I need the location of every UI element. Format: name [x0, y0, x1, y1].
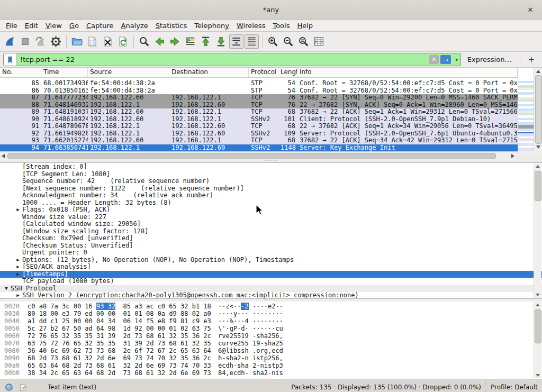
packet-list-vscrollbar[interactable]	[534, 68, 542, 151]
go-last-packet-button[interactable]	[214, 34, 228, 49]
intelligent-scrollbar-minimap[interactable]	[518, 68, 534, 151]
hex-row-0080[interactable]: 008036 40 6c 69 62 73 73 68 2e 6f 72 67 …	[0, 347, 542, 354]
scroll-up-arrow[interactable]	[536, 304, 540, 306]
save-capture-file-button[interactable]: 010111100110	[85, 34, 100, 49]
scroll-up-arrow[interactable]	[536, 70, 540, 73]
packet-row-86[interactable]: 8670.013850163fe:54:00:d4:38:2aSTP54Conf…	[0, 87, 518, 95]
capture-options-button[interactable]	[49, 34, 63, 49]
column-header-destination[interactable]: Destination	[169, 68, 249, 77]
auto-scroll-toggle-button[interactable]	[229, 34, 243, 49]
detail-row-tcp-segment-len-1080[interactable]: [TCP Segment Len: 1080]	[0, 171, 542, 178]
menu-view[interactable]: View	[42, 21, 66, 30]
detail-row-next-sequence-number-1122-rela[interactable]: [Next sequence number: 1122 (relative se…	[0, 185, 542, 193]
hex-row-0030[interactable]: 003080 18 00 e3 79 ed 00 00 01 01 08 0a …	[0, 310, 542, 317]
hex-row-0050[interactable]: 00505c 27 b2 67 50 ad 64 98 1d 92 00 00 …	[0, 325, 542, 332]
restart-capture-button[interactable]	[33, 34, 48, 49]
hex-row-0060[interactable]: 006072 76 65 32 35 35 31 39 2d 73 68 61 …	[0, 332, 542, 340]
detail-row-ssh-protocol[interactable]: ▼SSH Protocol	[0, 285, 542, 293]
filter-bookmark-button[interactable]	[4, 53, 17, 66]
packet-row-92[interactable]: 9271.661949820192.168.122.1192.168.122.6…	[0, 130, 518, 138]
menu-analyze[interactable]: Analyze	[118, 21, 152, 30]
scroll-down-arrow[interactable]	[536, 145, 540, 149]
add-filter-button[interactable]: +	[523, 55, 539, 65]
scroll-down-arrow[interactable]	[536, 374, 540, 377]
scroll-right-arrow[interactable]	[511, 154, 514, 158]
menu-help[interactable]: Help	[293, 21, 317, 30]
capture-comment-button[interactable]	[18, 382, 28, 392]
menu-telephony[interactable]: Telephony	[191, 21, 233, 30]
display-filter-input[interactable]	[17, 56, 429, 63]
profile-button[interactable]: Profile: Default	[491, 384, 538, 391]
packet-row-90[interactable]: 9071.648618924192.168.122.60192.168.122.…	[0, 116, 518, 123]
collapsed-arrow-icon[interactable]: ▶	[14, 263, 22, 271]
collapsed-arrow-icon[interactable]: ▶	[14, 292, 22, 299]
detail-row-acknowledgment-number-34-relat[interactable]: Acknowledgment number: 34 (relative ack …	[0, 192, 542, 199]
detail-row-seq-ack-analysis[interactable]: ▶[SEQ/ACK analysis]	[0, 263, 542, 271]
filter-clear-button[interactable]: ✕	[429, 55, 439, 64]
menu-file[interactable]: File	[2, 21, 21, 30]
zoom-in-button[interactable]	[266, 34, 280, 49]
reload-capture-file-button[interactable]	[116, 34, 130, 49]
detail-row-timestamps[interactable]: ▶[Timestamps]	[0, 271, 542, 278]
hex-row-00a0[interactable]: 00a065 63 64 68 2d 73 68 61 32 2d 6e 69 …	[0, 362, 542, 369]
packet-row-89[interactable]: 8971.648191037192.168.122.60192.168.122.…	[0, 108, 518, 116]
packet-row-87[interactable]: 8771.647777234192.168.122.60192.168.122.…	[0, 94, 518, 102]
details-vscroll-thumb[interactable]	[535, 171, 541, 201]
detail-row-sequence-number-42-relative-se[interactable]: Sequence number: 42 (relative sequence n…	[0, 178, 542, 185]
filter-dropdown-button[interactable]: ▾	[453, 54, 460, 65]
packet-list-hscrollbar[interactable]	[0, 151, 518, 160]
detail-row-window-size-scaling-factor-128[interactable]: [Window size scaling factor: 128]	[0, 228, 542, 235]
go-forward-button[interactable]	[168, 34, 182, 49]
packet-row-91[interactable]: 9171.648789678192.168.122.1192.168.122.6…	[0, 123, 518, 130]
find-packet-button[interactable]	[137, 34, 151, 49]
column-header-source[interactable]: Source	[88, 68, 169, 77]
go-back-button[interactable]	[152, 34, 167, 49]
detail-row-urgent-pointer-0[interactable]: Urgent pointer: 0	[0, 249, 542, 257]
expression-button[interactable]: Expression…	[467, 56, 512, 63]
colorize-toggle-button[interactable]	[245, 34, 259, 49]
scroll-left-arrow[interactable]	[2, 154, 5, 158]
collapsed-arrow-icon[interactable]: ▶	[14, 206, 22, 214]
column-header-no[interactable]: No.	[0, 68, 41, 77]
packet-row-93[interactable]: 9371.662015274192.168.122.60192.168.122.…	[0, 137, 518, 144]
menu-capture[interactable]: Capture	[83, 21, 118, 30]
detail-row-ssh-version-2-encryption-chach[interactable]: ▶SSH Version 2 (encryption:chacha20-poly…	[0, 292, 542, 299]
detail-row-calculated-window-size-29056[interactable]: [Calculated window size: 29056]	[0, 221, 542, 228]
packet-row-94[interactable]: 9471.663856741192.168.122.1192.168.122.6…	[0, 144, 518, 152]
packet-row-88[interactable]: 8871.648146932192.168.122.1192.168.122.6…	[0, 102, 518, 109]
scroll-up-arrow[interactable]	[536, 165, 540, 168]
hex-row-0040[interactable]: 0040a1 dd c1 25 00 00 04 34 06 14 f5 e8 …	[0, 317, 542, 325]
hex-row-00b0[interactable]: 00b038 34 2c 65 63 64 68 2d 73 68 61 32 …	[0, 369, 542, 377]
column-header-protocol[interactable]: Protocol	[249, 68, 278, 77]
bytes-vscrollbar[interactable]	[534, 302, 541, 378]
collapsed-arrow-icon[interactable]: ▶	[14, 271, 22, 278]
zoom-out-button[interactable]	[281, 34, 295, 49]
detail-row-checksum-status-unverified[interactable]: [Checksum Status: Unverified]	[0, 242, 542, 250]
menu-statistics[interactable]: Statistics	[152, 21, 191, 30]
column-header-length[interactable]: Length	[278, 68, 297, 77]
detail-row-options-12-bytes-no-operation-[interactable]: ▶Options: (12 bytes), No-Operation (NOP)…	[0, 257, 542, 264]
hex-row-0020[interactable]: 0020c0 a8 7a 3c 00 16 93 32 85 a3 ac c0 …	[0, 303, 542, 310]
go-to-packet-button[interactable]	[183, 34, 197, 49]
hscroll-thumb[interactable]	[7, 153, 496, 159]
menu-go[interactable]: Go	[66, 21, 83, 30]
detail-row-checksum-0x79ed-unverified[interactable]: Checksum: 0x79ed [unverified]	[0, 235, 542, 242]
start-capture-button[interactable]	[3, 34, 17, 49]
detail-row-window-size-value-227[interactable]: Window size value: 227	[0, 214, 542, 221]
column-header-time[interactable]: Time	[41, 68, 88, 77]
resize-columns-button[interactable]	[312, 34, 326, 49]
detail-row-1000-header-length-32-bytes-8[interactable]: 1000 .... = Header Length: 32 bytes (8)	[0, 199, 542, 207]
details-vscrollbar[interactable]	[534, 163, 541, 298]
close-window-button[interactable]: ✕	[525, 4, 536, 15]
hex-row-0070[interactable]: 007063 75 72 76 65 32 35 35 31 39 2d 73 …	[0, 340, 542, 347]
zoom-reset-button[interactable]	[296, 34, 311, 49]
go-first-packet-button[interactable]	[198, 34, 213, 49]
detail-row-stream-index-0[interactable]: [Stream index: 0]	[0, 163, 542, 171]
close-capture-file-button[interactable]	[101, 34, 115, 49]
vscroll-thumb[interactable]	[535, 75, 542, 144]
collapsed-arrow-icon[interactable]: ▶	[14, 257, 22, 264]
expert-info-button[interactable]	[4, 382, 14, 392]
menu-tools[interactable]: Tools	[269, 21, 293, 30]
bytes-vscroll-thumb[interactable]	[535, 309, 541, 343]
stop-capture-button[interactable]	[18, 34, 32, 49]
